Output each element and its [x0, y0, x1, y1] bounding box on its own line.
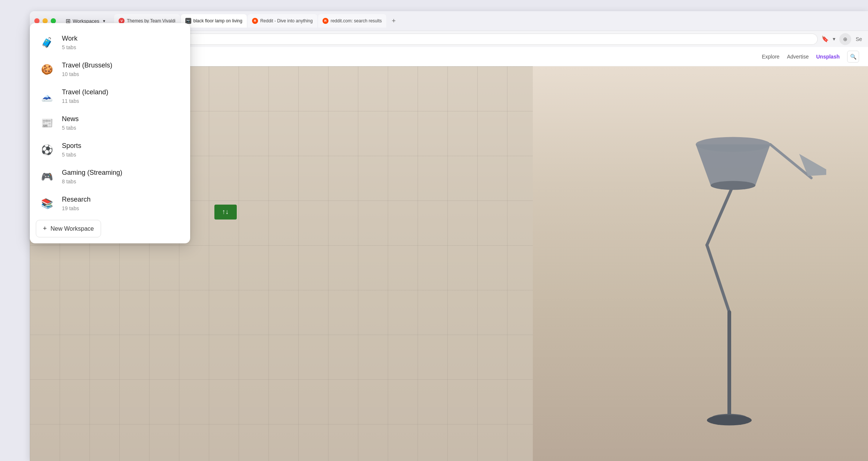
tab-reddit2[interactable]: R reddit.com: search results — [318, 14, 386, 28]
workspace-item-news[interactable]: 📰 News 5 tabs — [30, 110, 190, 136]
workspaces-dropdown: 🧳 Work 5 tabs 🍪 Travel (Brussels) 10 tab… — [30, 23, 190, 243]
tab-reddit1[interactable]: R Reddit - Dive into anything — [248, 14, 317, 28]
tab-label-reddit1: Reddit - Dive into anything — [260, 18, 313, 23]
workspace-info-travel-iceland: Travel (Iceland) 11 tabs — [62, 88, 108, 104]
workspace-info-gaming: Gaming (Streaming) 8 tabs — [62, 168, 122, 185]
tab-label-unsplash: black floor lamp on living — [194, 18, 242, 23]
header-camera-search[interactable]: 🔍 — [847, 51, 859, 63]
workspace-name-travel-iceland: Travel (Iceland) — [62, 88, 108, 97]
workspace-name-research: Research — [62, 195, 91, 204]
workspace-name-gaming: Gaming (Streaming) — [62, 168, 122, 177]
camera-search-icon[interactable]: ⊕ — [839, 33, 851, 45]
workspace-icon-sports: ⚽ — [39, 142, 55, 158]
workspace-tabs-news: 5 tabs — [62, 124, 79, 131]
workspace-name-sports: Sports — [62, 142, 81, 150]
workspace-info-news: News 5 tabs — [62, 115, 79, 131]
minimize-button[interactable] — [43, 18, 48, 23]
workspace-name-work: Work — [62, 34, 78, 43]
workspace-name-news: News — [62, 115, 79, 123]
svg-line-2 — [707, 186, 733, 245]
header-advertise-link[interactable]: Advertise — [787, 54, 809, 60]
workspace-item-work[interactable]: 🧳 Work 5 tabs — [30, 29, 190, 56]
nav-actions: 🔖 ▼ ⊕ Se — [821, 33, 862, 45]
maximize-button[interactable] — [51, 18, 56, 23]
workspace-icon-news: 📰 — [39, 115, 55, 131]
workspace-item-travel-brussels[interactable]: 🍪 Travel (Brussels) 10 tabs — [30, 56, 190, 83]
workspace-info-travel-brussels: Travel (Brussels) 10 tabs — [62, 61, 112, 78]
workspace-item-gaming[interactable]: 🎮 Gaming (Streaming) 8 tabs — [30, 163, 190, 190]
workspace-icon-work: 🧳 — [39, 34, 55, 51]
workspace-icon-travel-iceland: 🗻 — [39, 88, 55, 104]
workspace-item-research[interactable]: 📚 Research 19 tabs — [30, 190, 190, 217]
bookmark-icon[interactable]: 🔖 — [821, 35, 829, 42]
floor-lamp-svg — [603, 66, 826, 461]
traffic-lights — [34, 18, 56, 23]
workspace-icon-gaming: 🎮 — [39, 168, 55, 185]
workspace-tabs-travel-iceland: 11 tabs — [62, 98, 108, 104]
new-workspace-label: New Workspace — [51, 225, 94, 232]
tab-favicon-reddit1: R — [252, 18, 258, 24]
plus-icon: + — [43, 225, 47, 233]
bookmark-dropdown-icon[interactable]: ▼ — [832, 37, 836, 42]
svg-line-3 — [707, 245, 729, 312]
workspace-tabs-gaming: 8 tabs — [62, 178, 122, 185]
workspace-icon-research: 📚 — [39, 195, 55, 212]
workspace-info-sports: Sports 5 tabs — [62, 142, 81, 158]
workspace-info-research: Research 19 tabs — [62, 195, 91, 212]
workspace-item-sports[interactable]: ⚽ Sports 5 tabs — [30, 136, 190, 163]
search-text-icon[interactable]: Se — [856, 36, 862, 42]
exit-sign: ↑↓ — [214, 205, 237, 220]
tabs-area: V Themes by Team Vivaldi 📷 black floor l… — [114, 14, 864, 28]
unsplash-brand[interactable]: Unsplash — [816, 54, 840, 60]
workspace-tabs-research: 19 tabs — [62, 205, 91, 212]
workspace-tabs-sports: 5 tabs — [62, 151, 81, 158]
workspace-icon-travel-brussels: 🍪 — [39, 61, 55, 78]
workspace-tabs-work: 5 tabs — [62, 44, 78, 51]
tab-unsplash[interactable]: 📷 black floor lamp on living — [181, 14, 247, 28]
new-workspace-button[interactable]: + New Workspace — [36, 220, 101, 237]
svg-point-6 — [707, 415, 752, 426]
chevron-down-icon: ▼ — [102, 19, 106, 23]
workspace-item-travel-iceland[interactable]: 🗻 Travel (Iceland) 11 tabs — [30, 83, 190, 110]
workspace-tabs-travel-brussels: 10 tabs — [62, 71, 112, 78]
page-header-right: Explore Advertise Unsplash — [762, 54, 840, 60]
tab-label-themes: Themes by Team Vivaldi — [127, 18, 175, 23]
tab-favicon-reddit2: R — [323, 18, 328, 24]
new-tab-button[interactable]: + — [389, 16, 399, 26]
close-button[interactable] — [34, 18, 40, 23]
workspace-info-work: Work 5 tabs — [62, 34, 78, 51]
header-explore-link[interactable]: Explore — [762, 54, 779, 60]
workspace-name-travel-brussels: Travel (Brussels) — [62, 61, 112, 70]
tab-label-reddit2: reddit.com: search results — [331, 18, 382, 23]
